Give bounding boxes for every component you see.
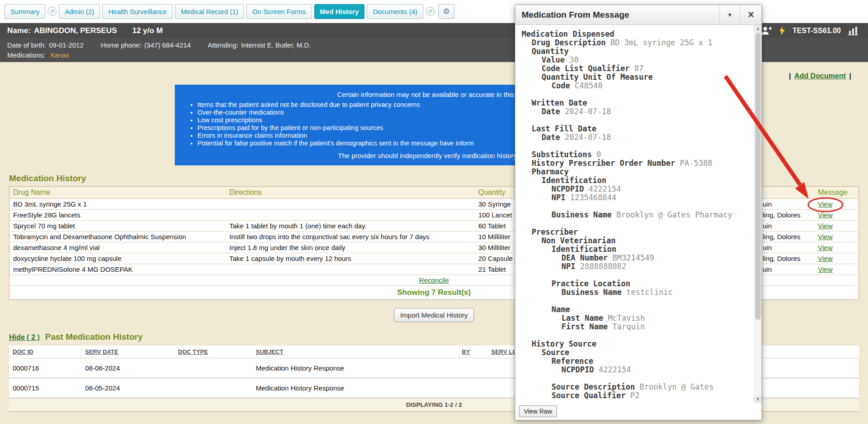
modal-line: Source Description Brooklyn @ Gates [522, 383, 752, 391]
add-document-link[interactable]: Add Document [794, 72, 846, 80]
modal-line-label: Drug Description [532, 38, 606, 47]
scroll-up-arrow[interactable]: ▲ [754, 25, 762, 32]
view-message-link[interactable]: View [818, 233, 833, 241]
med-cell-prescriber: ling, Dolores [759, 210, 815, 221]
modal-header: Medication From Message ▼ × [515, 5, 762, 25]
modal-line-label: Identification [551, 245, 616, 254]
modal-line: History Source [522, 340, 752, 348]
modal-line: Source Qualifier P2 [522, 391, 752, 400]
modal-line-label: Non Veterinarian [542, 236, 616, 245]
modal-line-value: 1235468844 [570, 193, 616, 202]
modal-line-label: NCPDPID [561, 365, 594, 374]
past-col-doc-type[interactable]: DOC TYPE [174, 346, 252, 358]
patient-name-label: Name: [7, 26, 31, 35]
tab-on-screen-forms[interactable]: On Screen Forms [246, 4, 312, 19]
popout-icon[interactable]: ↗ [48, 7, 57, 16]
view-message-link[interactable]: View [818, 255, 833, 262]
modal-line-label: Reference [551, 357, 593, 366]
modal-line-value: Tarquin [613, 322, 645, 331]
modal-line: Code List Qualifier 87 [522, 64, 752, 73]
add-patient-icon[interactable] [761, 26, 772, 35]
modal-line-label: Business Name [551, 210, 612, 219]
showing-results-text: Showing 7 Result(s) [397, 288, 470, 297]
modal-line: Practice Location [522, 279, 752, 288]
modal-line: Prescriber [522, 228, 752, 236]
modal-line-label: Code List Qualifier [542, 64, 629, 73]
modal-line-value: BD 3mL syringe 25G x 1 [610, 38, 712, 47]
modal-line: Written Date [522, 99, 752, 107]
modal-scrollbar[interactable]: ▲ ▼ [754, 25, 762, 403]
tab-medical-record-1[interactable]: Medical Record (1) [175, 4, 244, 19]
modal-line-label: Prescriber [532, 227, 578, 236]
modal-line-label: Date [542, 133, 560, 142]
past-col-serv-date[interactable]: SERV DATE [82, 346, 174, 358]
med-cell-message: View [815, 231, 859, 242]
medications-value[interactable]: Xanax [50, 51, 69, 59]
modal-line: Business Name testclinic [522, 288, 752, 297]
view-message-link[interactable]: View [818, 265, 833, 273]
med-cell-directions: Take 1 tablet by mouth 1 (one) time each… [226, 221, 475, 231]
med-cell-message: View [815, 199, 859, 210]
modal-line: Name [522, 305, 752, 314]
modal-line-label: Quantity Unit Of Measure [542, 72, 653, 82]
past-col-by[interactable]: BY [458, 346, 488, 358]
modal-close-button[interactable]: × [740, 5, 762, 24]
modal-line: Quantity Unit Of Measure [522, 73, 752, 82]
settings-gear-button[interactable]: ⚙ [438, 4, 455, 19]
lightning-icon[interactable] [779, 26, 785, 35]
past-history-title: Past Medication History [45, 332, 143, 342]
modal-caret-button[interactable]: ▼ [719, 5, 740, 24]
modal-line-value: 4222154 [599, 365, 631, 374]
modal-blank-line [522, 271, 752, 279]
tab-admin-2[interactable]: Admin (2) [59, 4, 100, 19]
dob-group: Date of birth:09-01-2012 [7, 41, 84, 49]
med-cell-drug-name: dexamethasone 4 mg/ml vial [10, 242, 226, 253]
modal-blank-line [522, 374, 752, 383]
col-prescriber [759, 187, 815, 199]
hide-link[interactable]: Hide ( 2 ) [9, 333, 40, 342]
past-col-doc-id[interactable]: DOC ID [9, 346, 82, 358]
import-medical-history-button[interactable]: Import Medical History [394, 308, 474, 322]
past-col-subject[interactable]: SUBJECT [252, 346, 458, 358]
modal-line: NPI 2888888882 [522, 262, 752, 271]
past-cell-doc-type [174, 378, 252, 398]
bar-chart-icon[interactable] [848, 26, 858, 35]
modal-line: Pharmacy [522, 168, 752, 176]
view-message-link[interactable]: View [818, 211, 833, 219]
modal-line: Medication Dispensed [522, 30, 752, 39]
modal-line: Last Name McTavish [522, 314, 752, 323]
tab-documents-4[interactable]: Documents (4) [367, 4, 423, 19]
dob-label: Date of birth: [7, 41, 46, 49]
scroll-down-arrow[interactable]: ▼ [754, 395, 762, 403]
modal-line-label: Name [551, 305, 570, 314]
medication-from-message-modal: Medication From Message ▼ × Medication D… [515, 5, 762, 420]
modal-line-label: Practice Location [551, 279, 630, 288]
modal-line: Last Fill Date [522, 125, 752, 133]
view-message-link[interactable]: View [818, 222, 833, 230]
modal-line-value: 4222154 [589, 184, 621, 193]
tab-health-surveillance[interactable]: Health Surveillance [102, 4, 173, 19]
med-cell-directions: Instill two drops into the conjunctival … [226, 231, 475, 242]
modal-line-label: Value [542, 55, 565, 64]
tab-summary[interactable]: Summary [5, 4, 45, 19]
modal-line-label: NPI [561, 262, 575, 271]
scrollbar-thumb[interactable] [755, 33, 761, 320]
modal-line-label: Substitutions [532, 150, 592, 159]
med-cell-directions [226, 199, 475, 210]
tab-med-history[interactable]: Med History [314, 4, 365, 19]
popout-icon[interactable]: ↗ [426, 7, 435, 16]
med-cell-prescriber: uin [759, 264, 815, 275]
attending-value: Internist E. Butler, M.D. [241, 41, 311, 49]
site-code: TEST-SS61.00 [792, 27, 841, 35]
view-message-link[interactable]: View [818, 200, 833, 208]
tab-list: Summary↗Admin (2)Health SurveillanceMedi… [5, 4, 435, 19]
patient-header-actions: TEST-SS61.00 [761, 26, 861, 35]
reconcile-link[interactable]: Reconcile [419, 276, 449, 284]
modal-line-value: 87 [634, 64, 643, 73]
modal-footer: View Raw [515, 403, 762, 420]
med-cell-directions [226, 264, 475, 275]
modal-line: NPI 1235468844 [522, 193, 752, 202]
view-raw-button[interactable]: View Raw [519, 405, 557, 417]
modal-line: Identification [522, 245, 752, 254]
view-message-link[interactable]: View [818, 244, 833, 251]
